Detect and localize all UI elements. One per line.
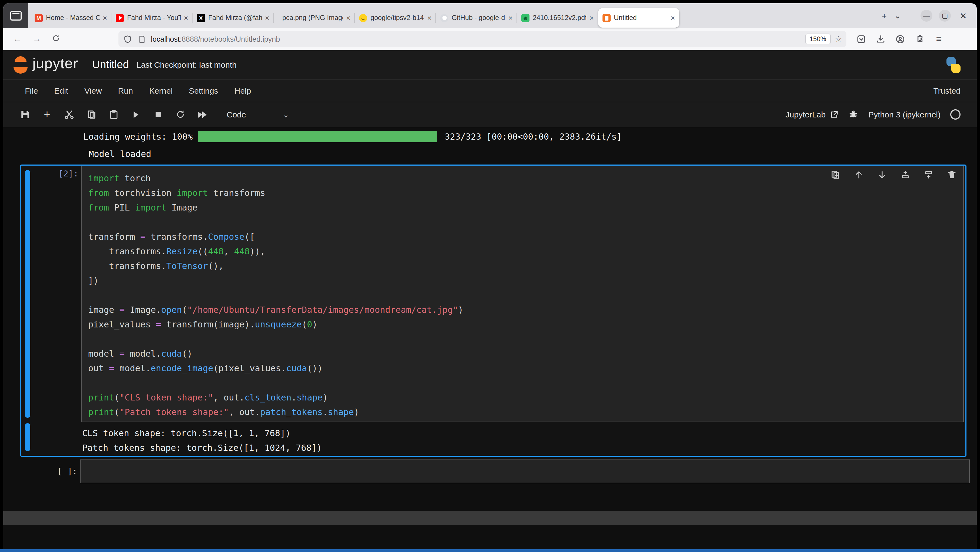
zoom-level-badge[interactable]: 150%	[805, 34, 830, 45]
menu-help[interactable]: Help	[234, 86, 251, 95]
tab-close-icon[interactable]: ×	[427, 14, 431, 22]
firefox-view-icon	[10, 11, 21, 21]
kernel-status-icon[interactable]	[950, 109, 961, 120]
tab-4[interactable]: pca.png (PNG Image, 10×	[274, 8, 355, 27]
tab-title: Untitled	[614, 14, 667, 22]
jupyter-header: jupyter Untitled Last Checkpoint: last m…	[3, 50, 977, 79]
add-cell-button[interactable]: +	[41, 109, 52, 120]
run-cell-button[interactable]	[130, 109, 141, 120]
empty-cell[interactable]: [ ]:	[20, 459, 970, 485]
cell-type-dropdown[interactable]: Code ⌄	[227, 110, 290, 119]
account-icon[interactable]	[893, 34, 907, 43]
jupyter-menubar: FileEditViewRunKernelSettingsHelpTrusted	[3, 79, 977, 102]
tab-title: Fahd Mirza - YouTube	[127, 14, 181, 22]
browser-titlebar: MHome - Massed Comp×Fahd Mirza - YouTube…	[3, 3, 977, 28]
trusted-badge[interactable]: Trusted	[933, 86, 961, 95]
tab-close-icon[interactable]: ×	[508, 14, 513, 22]
downloads-icon[interactable]	[873, 34, 888, 43]
minimize-button[interactable]: —	[921, 10, 932, 22]
copy-cells-button[interactable]	[86, 109, 97, 120]
input-collapser[interactable]	[25, 170, 30, 418]
cell-type-value: Code	[227, 110, 246, 119]
url-host: localhost	[151, 35, 180, 43]
code-line	[88, 332, 963, 346]
pdf-favicon-icon	[521, 14, 530, 22]
bottom-blue-bar	[0, 549, 980, 552]
code-line: transform = transforms.Compose([	[88, 230, 963, 244]
tab-5[interactable]: google/tipsv2-b14 - t×	[355, 8, 436, 27]
page-info-icon[interactable]	[137, 35, 146, 43]
new-tab-button[interactable]: +	[882, 11, 887, 20]
menu-view[interactable]: View	[84, 86, 102, 95]
tab-close-icon[interactable]: ×	[346, 14, 350, 22]
kernel-name[interactable]: Python 3 (ipykernel)	[868, 110, 940, 119]
jupyter-toolbar: + Code ⌄	[3, 102, 977, 127]
menu-run[interactable]: Run	[118, 86, 133, 95]
url-path: :8888/notebooks/Untitled.ipynb	[180, 35, 280, 43]
code-line	[88, 288, 963, 303]
tab-close-icon[interactable]: ×	[184, 14, 188, 22]
url-field[interactable]: localhost:8888/notebooks/Untitled.ipynb …	[118, 31, 846, 47]
notebook-title[interactable]: Untitled	[92, 59, 129, 71]
jupyter-logo-text: jupyter	[32, 55, 78, 72]
tab-8[interactable]: Untitled×	[598, 8, 679, 27]
progress-counter: 323/323 [00:00<00:00, 2383.26it/s]	[445, 131, 622, 142]
output-collapser[interactable]	[25, 423, 30, 451]
empty-code-editor[interactable]	[80, 459, 970, 483]
close-window-button[interactable]: ✕	[957, 10, 969, 22]
tab-6[interactable]: GitHub - google-dee×	[436, 8, 517, 27]
move-cell-down-icon[interactable]	[877, 170, 887, 180]
restart-run-all-button[interactable]	[197, 109, 208, 120]
shield-chevron-icon[interactable]	[854, 34, 868, 43]
firefox-view-button[interactable]	[3, 3, 28, 28]
tab-list-chevron-icon[interactable]: ⌄	[894, 11, 901, 21]
interrupt-kernel-button[interactable]	[153, 109, 163, 120]
code-line: pixel_values = transform(image).unsqueez…	[88, 317, 963, 332]
code-cell[interactable]: [2]: import torchfrom torchvision import…	[20, 164, 966, 457]
tracking-shield-icon[interactable]	[123, 35, 132, 43]
execution-prompt: [2]:	[48, 169, 78, 179]
save-button[interactable]	[19, 109, 30, 120]
code-line: print("Patch tokens shape:", out.patch_t…	[88, 405, 963, 420]
hf-favicon-icon	[359, 14, 367, 22]
tqdm-progress-line: Loading weights: 100% 323/323 [00:00<00:…	[83, 131, 622, 142]
tab-7[interactable]: 2410.16512v2.pdf×	[517, 8, 598, 27]
back-button[interactable]: ←	[9, 34, 26, 44]
url-text: localhost:8888/notebooks/Untitled.ipynb	[151, 35, 280, 43]
hamburger-menu-icon[interactable]: ≡	[932, 33, 946, 45]
progress-bar	[198, 131, 437, 142]
forward-button[interactable]: →	[28, 34, 45, 44]
duplicate-cell-icon[interactable]	[831, 170, 840, 180]
insert-cell-below-icon[interactable]	[924, 170, 934, 180]
menu-settings[interactable]: Settings	[189, 86, 218, 95]
output-line: CLS token shape: torch.Size([1, 1, 768])	[82, 426, 322, 440]
maximize-button[interactable]: ▢	[939, 10, 951, 22]
jupyterlab-link[interactable]: JupyterLab	[786, 110, 838, 119]
menu-edit[interactable]: Edit	[54, 86, 68, 95]
code-line: print("CLS token shape:", out.cls_token.…	[88, 390, 963, 405]
tab-title: Fahd Mirza (@fahdm	[208, 14, 262, 22]
tab-1[interactable]: MHome - Massed Comp×	[30, 8, 111, 27]
delete-cell-icon[interactable]	[947, 170, 957, 180]
debugger-bug-icon[interactable]	[848, 109, 859, 120]
tab-close-icon[interactable]: ×	[103, 14, 107, 22]
move-cell-up-icon[interactable]	[854, 170, 864, 180]
tab-close-icon[interactable]: ×	[671, 14, 675, 22]
menu-kernel[interactable]: Kernel	[149, 86, 173, 95]
tab-2[interactable]: Fahd Mirza - YouTube×	[111, 8, 192, 27]
insert-cell-above-icon[interactable]	[900, 170, 910, 180]
tab-close-icon[interactable]: ×	[590, 14, 594, 22]
menu-file[interactable]: File	[25, 86, 38, 95]
progress-label: Loading weights: 100%	[83, 131, 193, 142]
restart-kernel-button[interactable]	[175, 109, 186, 120]
chevron-down-icon: ⌄	[283, 110, 290, 119]
tab-3[interactable]: Fahd Mirza (@fahdm×	[192, 8, 274, 27]
tab-close-icon[interactable]: ×	[265, 14, 269, 22]
extensions-puzzle-icon[interactable]	[912, 34, 926, 43]
tab-strip: MHome - Massed Comp×Fahd Mirza - YouTube…	[28, 3, 877, 28]
bookmark-star-icon[interactable]: ☆	[835, 34, 842, 44]
paste-cells-button[interactable]	[108, 109, 119, 120]
code-editor[interactable]: import torchfrom torchvision import tran…	[81, 166, 964, 422]
cut-cells-button[interactable]	[64, 109, 75, 120]
reload-button[interactable]	[48, 34, 64, 44]
